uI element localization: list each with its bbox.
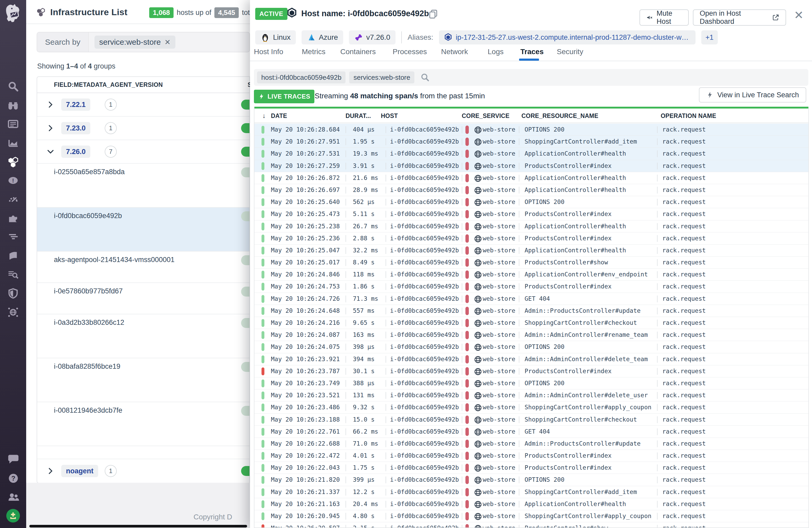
tab-logs[interactable]: Logs (488, 48, 504, 56)
tab-traces[interactable]: Traces (520, 48, 544, 56)
host-name-link[interactable]: i-08bafa8285f6bce19 (54, 362, 120, 371)
trace-filter-chip[interactable]: services:web-store (349, 71, 415, 84)
column-header-host[interactable]: HOST (381, 112, 398, 120)
host-name-link[interactable]: i-02550a65e857a8bda (54, 168, 125, 176)
trace-row[interactable]: May 20 10:26:22.68871.0 msi-0fd0bcac6059… (255, 438, 808, 450)
trace-row[interactable]: May 20 10:26:24.2169.65 si-0fd0bcac6059e… (255, 317, 808, 329)
os-chip[interactable]: Linux (255, 30, 296, 44)
chat-icon[interactable] (7, 452, 19, 464)
metrics-icon[interactable] (7, 137, 19, 149)
tab-containers[interactable]: Containers (340, 48, 376, 56)
column-header-durat-[interactable]: DURAT... (346, 112, 371, 120)
alias-more-chip[interactable]: +1 (701, 30, 718, 44)
apm-gauge-icon[interactable] (7, 194, 19, 205)
trace-row[interactable]: May 20 10:26:25.2362.88 si-0fd0bcac6059e… (255, 232, 808, 244)
column-header-core-resource-name[interactable]: CORE_RESOURCE_NAME (521, 112, 598, 120)
trace-row[interactable]: May 20 10:26:20.5972.15 si-0fd0bcac6059e… (255, 522, 808, 528)
chevron-down-icon[interactable] (47, 148, 54, 155)
host-name-link[interactable]: aks-agentpool-21451434-vmss000001 (54, 256, 175, 264)
cloud-chip[interactable]: Azure (302, 30, 343, 44)
trace-row[interactable]: May 20 10:26:26.87221.6 msi-0fd0bcac6059… (255, 172, 808, 184)
agent-version-chip[interactable]: v7.26.0 (349, 30, 395, 44)
host-name-link[interactable]: i-0fd0bcac6059e492b (54, 212, 122, 220)
group-row[interactable]: noagent1 (37, 459, 249, 483)
horizontal-scrollbar[interactable] (29, 525, 247, 527)
chevron-right-icon[interactable] (47, 468, 54, 474)
security-shield-icon[interactable] (7, 288, 19, 299)
trace-row[interactable]: May 20 10:26:21.16320.4 msi-0fd0bcac6059… (255, 498, 808, 510)
trace-row[interactable]: May 20 10:26:23.921394 msi-0fd0bcac6059e… (255, 353, 808, 365)
trace-row[interactable]: May 20 10:26:23.78730.1 si-0fd0bcac6059e… (255, 365, 808, 377)
host-row[interactable]: i-0fd0bcac6059e492b (37, 208, 249, 252)
notebooks-icon[interactable] (7, 250, 19, 261)
host-row[interactable]: i-008121946e3dcb7fe (37, 402, 249, 446)
chevron-right-icon[interactable] (47, 101, 54, 108)
chevron-right-icon[interactable] (47, 125, 54, 132)
network-map-icon[interactable] (7, 306, 19, 318)
close-panel-icon[interactable]: ✕ (794, 10, 803, 21)
trace-row[interactable]: May 20 10:26:25.4735.11 si-0fd0bcac6059e… (255, 208, 808, 220)
sort-descending-icon[interactable]: ↓ (262, 112, 266, 120)
trace-row[interactable]: May 20 10:26:23.18815.0 si-0fd0bcac6059e… (255, 414, 808, 426)
trace-row[interactable]: May 20 10:26:25.0178.49 si-0fd0bcac6059e… (255, 257, 808, 269)
agent-version-link[interactable]: noagent (61, 465, 98, 477)
host-name-link[interactable]: i-008121946e3dcb7fe (54, 406, 122, 414)
dashboards-icon[interactable] (7, 118, 19, 130)
install-agent-icon[interactable] (6, 509, 20, 523)
tab-network[interactable]: Network (441, 48, 468, 56)
trace-row[interactable]: May 20 10:26:21.33712.2 si-0fd0bcac6059e… (255, 486, 808, 498)
help-icon[interactable]: ? (7, 472, 19, 484)
flame-graph-icon[interactable] (7, 231, 19, 243)
open-host-dashboard-button[interactable]: Open in Host Dashboard (693, 10, 786, 26)
datadog-logo-icon[interactable] (3, 3, 23, 23)
trace-row[interactable]: May 20 10:26:20.9454.80 si-0fd0bcac6059e… (255, 510, 808, 522)
trace-row[interactable]: May 20 10:26:28.684404 μsi-0fd0bcac6059e… (255, 124, 808, 136)
trace-row[interactable]: May 20 10:26:24.72671.3 msi-0fd0bcac6059… (255, 293, 808, 305)
monitors-icon[interactable]: ! (7, 175, 19, 186)
infrastructure-icon[interactable] (7, 156, 19, 167)
tab-processes[interactable]: Processes (393, 48, 427, 56)
trace-row[interactable]: May 20 10:26:25.640562 μsi-0fd0bcac6059e… (255, 196, 808, 208)
trace-row[interactable]: May 20 10:26:24.087163 msi-0fd0bcac6059e… (255, 329, 808, 341)
host-row[interactable]: i-02550a65e857a8bda (37, 164, 249, 208)
trace-row[interactable]: May 20 10:26:23.4869.32 si-0fd0bcac6059e… (255, 402, 808, 413)
trace-row[interactable]: May 20 10:26:27.53119.3 msi-0fd0bcac6059… (255, 148, 808, 160)
host-name-link[interactable]: i-0a3d2b33b80266c12 (54, 318, 124, 327)
group-row[interactable]: 7.23.01 (37, 117, 249, 140)
trace-filter-chip[interactable]: host:i-0fd0bcac6059e492b (257, 71, 346, 84)
group-row[interactable]: 7.22.11 (37, 93, 249, 117)
trace-row[interactable]: May 20 10:26:22.0431.75 si-0fd0bcac6059e… (255, 462, 808, 474)
trace-row[interactable]: May 20 10:26:26.69728.9 msi-0fd0bcac6059… (255, 184, 808, 196)
trace-row[interactable]: May 20 10:26:25.04732.2 msi-0fd0bcac6059… (255, 244, 808, 257)
copy-icon[interactable] (428, 9, 438, 19)
trace-search-bar[interactable]: host:i-0fd0bcac6059e492bservices:web-sto… (254, 69, 808, 86)
trace-row[interactable]: May 20 10:26:27.2593.91 si-0fd0bcac6059e… (255, 160, 808, 172)
agent-version-link[interactable]: 7.23.0 (61, 122, 90, 134)
host-name-link[interactable]: i-0e57860b977b5fd67 (54, 287, 123, 295)
trace-row[interactable]: May 20 10:26:23.521131 msi-0fd0bcac6059e… (255, 389, 808, 402)
infra-search-bar[interactable]: Search by service:web-store ✕ (37, 32, 250, 52)
watchdog-icon[interactable] (7, 100, 19, 111)
agent-version-link[interactable]: 7.26.0 (61, 146, 90, 158)
host-row[interactable]: i-0e57860b977b5fd67 (37, 283, 249, 314)
search-icon[interactable] (7, 80, 19, 92)
trace-row[interactable]: May 20 10:26:25.23826.7 msi-0fd0bcac6059… (255, 221, 808, 232)
column-header-date[interactable]: DATE (271, 112, 287, 120)
remove-filter-icon[interactable]: ✕ (164, 38, 170, 47)
host-row[interactable]: aks-agentpool-21451434-vmss000001 (37, 252, 249, 283)
log-explorer-icon[interactable] (7, 269, 19, 280)
alias-chip[interactable]: ip-172-31-25-27.us-west-2.compute.intern… (439, 30, 696, 44)
column-header-operation-name[interactable]: OPERATION NAME (661, 112, 716, 120)
trace-row[interactable]: May 20 10:26:24.075398 μsi-0fd0bcac6059e… (255, 341, 808, 353)
integrations-icon[interactable] (7, 212, 19, 224)
view-live-trace-search-button[interactable]: View in Live Trace Search (699, 87, 806, 103)
host-row[interactable]: i-08bafa8285f6bce19 (37, 358, 249, 402)
tab-host-info[interactable]: Host Info (254, 48, 283, 56)
agent-version-link[interactable]: 7.22.1 (61, 99, 90, 111)
trace-row[interactable]: May 20 10:26:27.9511.95 si-0fd0bcac6059e… (255, 136, 808, 148)
trace-row[interactable]: May 20 10:26:23.749388 μsi-0fd0bcac6059e… (255, 377, 808, 389)
trace-row[interactable]: May 20 10:26:22.76166.2 msi-0fd0bcac6059… (255, 426, 808, 438)
column-header-core-service[interactable]: CORE_SERVICE (462, 112, 509, 120)
mute-host-button[interactable]: Mute Host (639, 10, 689, 26)
group-row[interactable]: 7.26.07 (37, 140, 249, 164)
